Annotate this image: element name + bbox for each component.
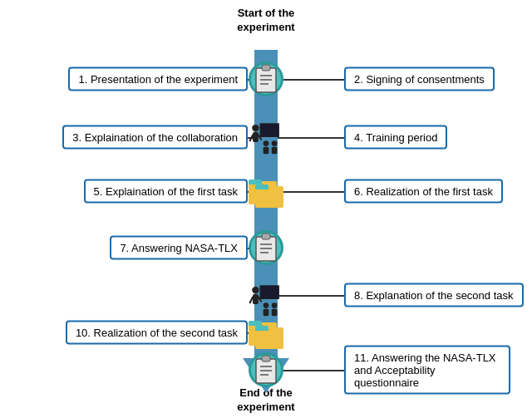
right-box-11: 11. Answering the NASA-TLXand Acceptabil… bbox=[344, 346, 510, 395]
step-icon-7 bbox=[249, 230, 283, 265]
left-box-3: 3. Explaination of the collaboration bbox=[62, 125, 248, 150]
h-line-right-8 bbox=[278, 295, 344, 297]
experiment-flow-diagram: Start of theexperiment End of theexperim… bbox=[0, 0, 532, 418]
svg-rect-37 bbox=[255, 326, 268, 331]
svg-rect-8 bbox=[253, 132, 259, 142]
svg-point-11 bbox=[264, 140, 269, 146]
left-box-1: 1. Presentation of the experiment bbox=[68, 67, 248, 91]
svg-point-7 bbox=[252, 125, 259, 131]
right-box-4: 4. Training period bbox=[344, 125, 447, 150]
right-box-2: 2. Signing of consentments bbox=[344, 67, 495, 91]
svg-rect-39 bbox=[262, 356, 270, 361]
svg-rect-1 bbox=[262, 65, 270, 71]
svg-point-30 bbox=[264, 302, 269, 308]
right-box-6: 6. Realization of the first task bbox=[344, 179, 503, 204]
svg-rect-25 bbox=[260, 286, 278, 298]
svg-rect-6 bbox=[260, 124, 278, 136]
step-icon-9 bbox=[249, 314, 283, 351]
svg-rect-17 bbox=[249, 179, 262, 184]
step-icon-11 bbox=[249, 352, 283, 387]
svg-line-9 bbox=[250, 135, 253, 140]
left-box-10: 10. Realization of the second task bbox=[66, 321, 248, 345]
step-icon-5 bbox=[249, 173, 283, 209]
h-line-right-6 bbox=[278, 191, 344, 193]
svg-rect-13 bbox=[264, 147, 269, 154]
svg-rect-20 bbox=[262, 234, 270, 239]
svg-point-31 bbox=[272, 302, 278, 308]
left-box-7: 7. Answering NASA-TLX bbox=[110, 236, 248, 260]
h-line-right-11 bbox=[278, 370, 344, 371]
h-line-right-4 bbox=[278, 137, 344, 139]
start-label: Start of theexperiment bbox=[237, 7, 294, 35]
svg-line-28 bbox=[250, 297, 253, 302]
step-icon-3 bbox=[249, 116, 283, 158]
svg-rect-27 bbox=[253, 294, 259, 304]
svg-point-26 bbox=[252, 287, 259, 293]
svg-rect-14 bbox=[272, 147, 278, 154]
svg-rect-18 bbox=[255, 184, 268, 189]
svg-rect-36 bbox=[249, 321, 262, 326]
left-box-5: 5. Explaination of the first task bbox=[84, 179, 248, 204]
step-icon-1 bbox=[249, 61, 283, 96]
svg-point-12 bbox=[272, 140, 278, 146]
right-box-8: 8. Explanation of the second task bbox=[344, 283, 524, 307]
